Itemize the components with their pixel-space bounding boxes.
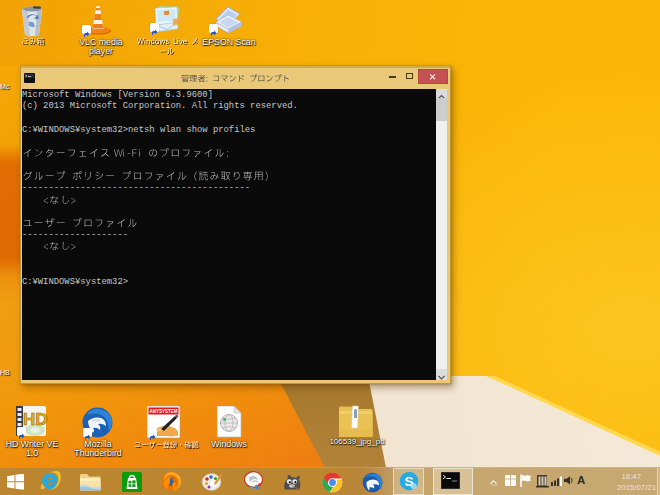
svg-text:ANYSYSTEM: ANYSYSTEM: [150, 408, 178, 414]
svg-text:HD: HD: [23, 410, 48, 429]
